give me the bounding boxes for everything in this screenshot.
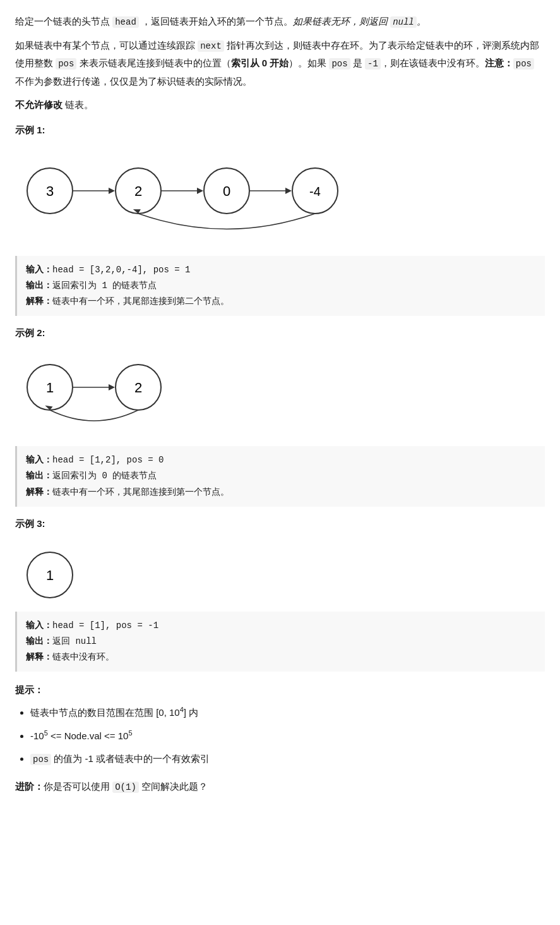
svg-marker-7 — [197, 188, 203, 194]
svg-marker-11 — [285, 188, 292, 194]
hints-section: 提示： 链表中节点的数目范围在范围 [0, 104] 内 -105 <= Nod… — [15, 684, 545, 768]
hints-list: 链表中节点的数目范围在范围 [0, 104] 内 -105 <= Node.va… — [15, 703, 545, 768]
desc-em: 如果链表无环，则返回 null。 — [293, 16, 426, 27]
example2-output: 输出：返回索引为 0 的链表节点 — [26, 468, 536, 484]
svg-text:2: 2 — [134, 380, 142, 396]
example2-explain: 解释：链表中有一个环，其尾部连接到第一个节点。 — [26, 485, 536, 500]
svg-text:0: 0 — [223, 183, 230, 199]
svg-marker-18 — [109, 384, 115, 390]
pos-hint-code: pos — [30, 754, 51, 765]
example1-title: 示例 1: — [15, 124, 545, 136]
desc-line1: 给定一个链表的头节点 head ，返回链表开始入环的第一个节点。如果链表无环，则… — [15, 13, 545, 30]
hint-item-3: pos 的值为 -1 或者链表中的一个有效索引 — [30, 749, 545, 768]
pos-code3: pos — [513, 58, 534, 70]
example3-title: 示例 3: — [15, 518, 545, 530]
hints-title: 提示： — [15, 684, 545, 696]
problem-description: 给定一个链表的头节点 head ，返回链表开始入环的第一个节点。如果链表无环，则… — [15, 13, 545, 113]
svg-marker-3 — [109, 188, 115, 194]
example2-title: 示例 2: — [15, 327, 545, 339]
example2-diagram: 1 2 — [15, 349, 545, 440]
example2-block: 示例 2: 1 2 输入：head = [1,2], pos = 0 输出：返回… — [15, 327, 545, 507]
advanced-section: 进阶：你是否可以使用 O(1) 空间解决此题？ — [15, 781, 545, 793]
hint-item-1: 链表中节点的数目范围在范围 [0, 104] 内 — [30, 703, 545, 722]
head-code: head — [112, 16, 139, 28]
example1-input: 输入：head = [3,2,0,-4], pos = 1 — [26, 262, 536, 278]
pos-code2: pos — [329, 58, 350, 70]
example3-code: 输入：head = [1], pos = -1 输出：返回 null 解释：链表… — [15, 612, 545, 672]
svg-text:-4: -4 — [309, 184, 321, 198]
example3-block: 示例 3: 1 输入：head = [1], pos = -1 输出：返回 nu… — [15, 518, 545, 672]
desc-line3: 不允许修改 链表。 — [15, 96, 545, 113]
next-code: next — [198, 40, 224, 52]
pos-code: pos — [56, 58, 76, 70]
hint-item-2: -105 <= Node.val <= 105 — [30, 726, 545, 746]
example3-input: 输入：head = [1], pos = -1 — [26, 618, 536, 634]
example2-code: 输入：head = [1,2], pos = 0 输出：返回索引为 0 的链表节… — [15, 446, 545, 507]
example1-output: 输出：返回索引为 1 的链表节点 — [26, 278, 536, 294]
example1-block: 示例 1: 3 2 0 -4 — [15, 124, 545, 317]
example1-diagram: 3 2 0 -4 — [15, 147, 545, 250]
advanced-label: 进阶： — [15, 781, 44, 792]
example1-explain: 解释：链表中有一个环，其尾部连接到第二个节点。 — [26, 294, 536, 310]
note-bold: 注意： — [485, 57, 513, 68]
example1-code: 输入：head = [3,2,0,-4], pos = 1 输出：返回索引为 1… — [15, 256, 545, 317]
svg-text:1: 1 — [46, 380, 54, 396]
neg1-code: -1 — [365, 58, 381, 70]
svg-text:1: 1 — [46, 567, 54, 583]
null-code: null — [390, 16, 417, 28]
index-bold: 索引从 0 开始 — [231, 57, 289, 68]
o1-code: O(1) — [112, 782, 139, 793]
example3-output: 输出：返回 null — [26, 634, 536, 650]
svg-text:3: 3 — [46, 183, 54, 199]
svg-text:2: 2 — [134, 183, 142, 199]
example3-diagram: 1 — [15, 540, 545, 605]
no-modify-bold: 不允许修改 — [15, 99, 63, 110]
advanced-text: 进阶：你是否可以使用 O(1) 空间解决此题？ — [15, 781, 545, 793]
example2-input: 输入：head = [1,2], pos = 0 — [26, 452, 536, 468]
desc-line2: 如果链表中有某个节点，可以通过连续跟踪 next 指针再次到达，则链表中存在环。… — [15, 37, 545, 89]
example3-explain: 解释：链表中没有环。 — [26, 650, 536, 665]
